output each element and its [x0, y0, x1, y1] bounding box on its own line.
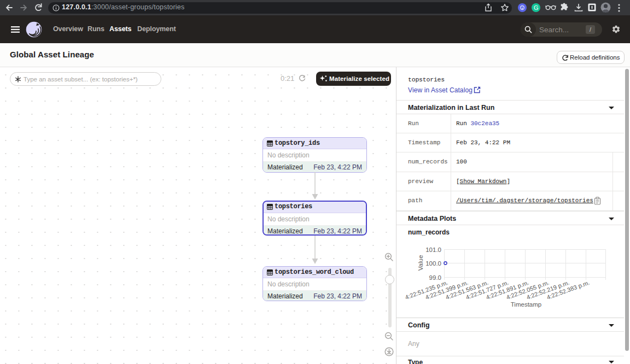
svg-text:101.0: 101.0 — [425, 246, 441, 253]
svg-text:Timestamp: Timestamp — [511, 301, 541, 308]
svg-text:100.0: 100.0 — [425, 260, 441, 267]
svg-text:G: G — [534, 4, 539, 11]
svg-text:99.0: 99.0 — [429, 274, 441, 281]
svg-text:Value: Value — [417, 255, 424, 271]
